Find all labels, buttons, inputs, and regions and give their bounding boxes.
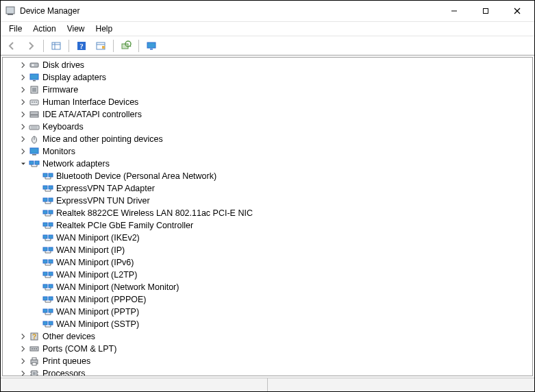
tree-item[interactable]: WAN Miniport (IKEv2) xyxy=(3,232,532,244)
network-icon xyxy=(29,158,40,169)
tree-item[interactable]: WAN Miniport (IPv6) xyxy=(3,256,532,269)
tree-item[interactable]: Disk drives xyxy=(3,59,532,71)
tree-item-label: Bluetooth Device (Personal Area Network) xyxy=(56,171,216,181)
tree-item[interactable]: Display adapters xyxy=(3,71,532,84)
chevron-down-icon[interactable] xyxy=(18,158,29,169)
tree-item-label: Ports (COM & LPT) xyxy=(42,344,116,354)
printer-icon xyxy=(29,356,40,367)
titlebar: Device Manager xyxy=(1,1,534,21)
svg-rect-3 xyxy=(484,9,488,14)
tree-item[interactable]: Ports (COM & LPT) xyxy=(3,343,532,355)
tree-item-label: ExpressVPN TAP Adapter xyxy=(56,184,155,193)
tree-item-label: Network adapters xyxy=(42,159,110,169)
chevron-right-icon[interactable] xyxy=(18,343,29,354)
chevron-right-icon[interactable] xyxy=(18,84,29,95)
tree-item-label: Realtek PCIe GbE Family Controller xyxy=(56,221,193,230)
tree-item-label: Mice and other pointing devices xyxy=(42,134,163,144)
forward-button[interactable] xyxy=(23,38,39,53)
network-icon xyxy=(42,195,53,206)
tree-item[interactable]: Print queues xyxy=(3,355,532,367)
maximize-button[interactable] xyxy=(470,1,501,21)
network-icon xyxy=(42,269,53,280)
chevron-right-icon[interactable] xyxy=(18,121,29,132)
firmware-icon xyxy=(29,84,40,95)
chevron-right-icon[interactable] xyxy=(18,146,29,157)
tree-item[interactable]: WAN Miniport (SSTP) xyxy=(3,318,532,330)
tree-item[interactable]: Mice and other pointing devices xyxy=(3,133,532,145)
tree-item[interactable]: IDE ATA/ATAPI controllers xyxy=(3,108,532,121)
tree-item-label: WAN Miniport (IP) xyxy=(56,245,125,255)
tree-item-label: Processors xyxy=(42,369,86,376)
tree-item[interactable]: Realtek 8822CE Wireless LAN 802.11ac PCI… xyxy=(3,207,532,219)
hid-icon xyxy=(29,97,40,108)
back-button[interactable] xyxy=(3,38,20,53)
tree-item[interactable]: ExpressVPN TUN Driver xyxy=(3,195,532,207)
menu-view[interactable]: View xyxy=(62,23,90,35)
statusbar xyxy=(1,378,534,391)
tree-item-label: WAN Miniport (IKEv2) xyxy=(56,233,140,243)
tree-item[interactable]: Monitors xyxy=(3,145,532,158)
properties-button[interactable] xyxy=(92,38,109,53)
tree-item-label: WAN Miniport (SSTP) xyxy=(56,319,139,329)
chevron-right-icon[interactable] xyxy=(18,109,29,120)
tree-item-label: Monitors xyxy=(42,147,75,156)
tree-item[interactable]: Bluetooth Device (Personal Area Network) xyxy=(3,170,532,182)
tree-item[interactable]: WAN Miniport (PPTP) xyxy=(3,306,532,318)
toolbar-separator xyxy=(43,40,44,52)
tree-item-label: ExpressVPN TUN Driver xyxy=(56,196,150,206)
tree-item[interactable]: Processors xyxy=(3,367,532,376)
chevron-right-icon[interactable] xyxy=(18,368,29,376)
svg-rect-13 xyxy=(102,46,105,49)
network-icon xyxy=(42,282,53,293)
tree-item-label: Firmware xyxy=(42,85,78,95)
menu-action[interactable]: Action xyxy=(27,23,61,35)
svg-rect-6 xyxy=(52,42,60,49)
tree-item[interactable]: Keyboards xyxy=(3,121,532,133)
tree-item[interactable]: Realtek PCIe GbE Family Controller xyxy=(3,219,532,232)
display-icon xyxy=(29,72,40,83)
chevron-right-icon[interactable] xyxy=(18,97,29,108)
menu-file[interactable]: File xyxy=(3,23,27,35)
chevron-right-icon[interactable] xyxy=(18,331,29,342)
tree-item-label: Disk drives xyxy=(42,60,84,70)
network-icon xyxy=(42,208,53,219)
help-button[interactable]: ? xyxy=(73,38,90,53)
content-pane: Disk drivesDisplay adaptersFirmwareHuman… xyxy=(2,57,533,376)
network-icon xyxy=(42,183,53,194)
ports-icon xyxy=(29,343,40,354)
network-icon xyxy=(42,294,53,305)
device-tree[interactable]: Disk drivesDisplay adaptersFirmwareHuman… xyxy=(3,58,532,376)
app-icon xyxy=(5,5,16,16)
tree-item[interactable]: WAN Miniport (Network Monitor) xyxy=(3,281,532,293)
tree-item[interactable]: Human Interface Devices xyxy=(3,96,532,108)
chevron-right-icon[interactable] xyxy=(18,134,29,145)
chevron-right-icon[interactable] xyxy=(18,60,29,71)
tree-item-label: Human Interface Devices xyxy=(42,97,138,107)
scan-button[interactable] xyxy=(118,38,134,53)
toolbar-separator xyxy=(113,40,114,52)
svg-text:?: ? xyxy=(79,42,84,50)
svg-rect-0 xyxy=(6,7,14,14)
tree-item[interactable]: WAN Miniport (L2TP) xyxy=(3,269,532,281)
tree-item-label: Print queues xyxy=(42,356,90,366)
menu-help[interactable]: Help xyxy=(90,23,119,35)
tree-item[interactable]: Network adapters xyxy=(3,158,532,170)
tree-item[interactable]: WAN Miniport (PPPOE) xyxy=(3,293,532,306)
svg-line-16 xyxy=(130,45,132,47)
toolbar-separator xyxy=(138,40,139,52)
list-button[interactable] xyxy=(48,38,64,53)
svg-rect-18 xyxy=(150,49,153,50)
view-button[interactable] xyxy=(143,38,160,53)
minimize-button[interactable] xyxy=(438,1,470,21)
menubar: File Action View Help xyxy=(1,21,534,36)
tree-item[interactable]: WAN Miniport (IP) xyxy=(3,244,532,256)
chevron-right-icon[interactable] xyxy=(18,356,29,367)
svg-rect-1 xyxy=(8,14,13,15)
statusbar-cell xyxy=(268,378,534,391)
tree-item[interactable]: Other devices xyxy=(3,330,532,343)
tree-item[interactable]: ExpressVPN TAP Adapter xyxy=(3,182,532,195)
close-button[interactable] xyxy=(501,1,533,21)
tree-item[interactable]: Firmware xyxy=(3,84,532,96)
tree-item-label: WAN Miniport (PPPOE) xyxy=(56,295,147,304)
chevron-right-icon[interactable] xyxy=(18,72,29,83)
